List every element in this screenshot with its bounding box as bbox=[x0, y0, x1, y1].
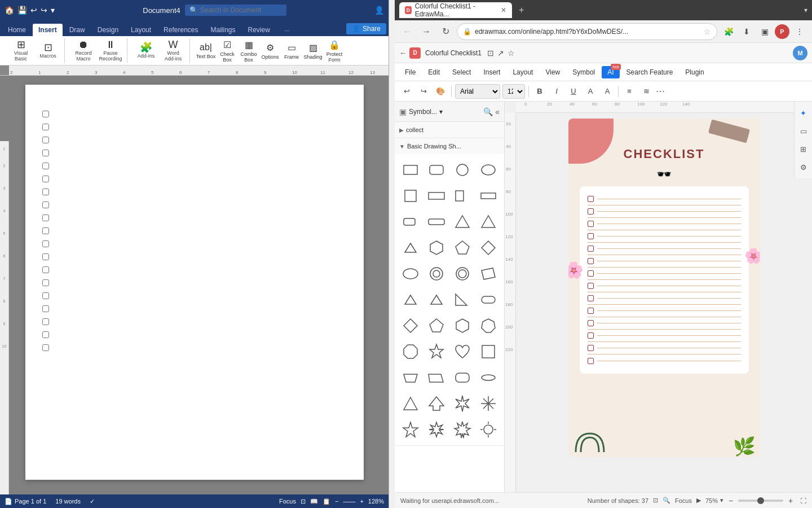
ribbon-more-btn[interactable]: ··· bbox=[279, 25, 295, 36]
text-box-btn[interactable]: ab| Text Box bbox=[196, 40, 216, 62]
word-checkbox-17[interactable] bbox=[42, 318, 49, 325]
item-checkbox-5[interactable] bbox=[588, 246, 594, 252]
word-checkbox-1[interactable] bbox=[42, 111, 49, 117]
sidebar-browser-btn[interactable]: ▣ bbox=[757, 24, 773, 40]
profile-btn[interactable]: P bbox=[775, 24, 789, 39]
menu-plugin[interactable]: Plugin bbox=[679, 66, 709, 78]
collapse-panel-btn[interactable]: « bbox=[495, 107, 500, 116]
menu-ai[interactable]: AI hot bbox=[602, 66, 619, 78]
shape-hexa3[interactable] bbox=[476, 313, 501, 338]
ribbon-tab-review[interactable]: Review bbox=[242, 24, 276, 36]
shape-hexagon[interactable] bbox=[424, 235, 449, 260]
word-checkbox-4[interactable] bbox=[42, 150, 49, 156]
shape-para2[interactable] bbox=[424, 365, 449, 390]
word-add-ins-btn[interactable]: W WordAdd-ins bbox=[160, 40, 186, 62]
panel-expand-icon[interactable]: ▾ bbox=[439, 108, 443, 116]
shape-heart[interactable] bbox=[450, 339, 475, 364]
shape-ring[interactable] bbox=[424, 261, 449, 286]
shape-square[interactable] bbox=[398, 183, 423, 208]
word-checkbox-5[interactable] bbox=[42, 163, 49, 169]
shape-square2[interactable] bbox=[476, 339, 501, 364]
zoom-dropdown-btn[interactable]: ▾ bbox=[720, 497, 723, 504]
bookmark-icon[interactable]: ☆ bbox=[704, 27, 711, 36]
shape-snowflake[interactable] bbox=[476, 391, 501, 416]
menu-edit[interactable]: Edit bbox=[422, 66, 445, 78]
ribbon-tab-references[interactable]: References bbox=[158, 24, 204, 36]
edraw-star-btn[interactable]: ☆ bbox=[508, 49, 515, 58]
basic-drawing-header[interactable]: ▼ Basic Drawing Sh... bbox=[395, 138, 504, 154]
item-checkbox-3[interactable] bbox=[588, 221, 594, 227]
shape-star6[interactable] bbox=[424, 417, 449, 442]
item-checkbox-1[interactable] bbox=[588, 196, 594, 202]
edraw-back-btn[interactable]: ← bbox=[399, 49, 407, 58]
zoom-slider-edraw[interactable] bbox=[738, 500, 783, 502]
extensions-btn[interactable]: 🧩 bbox=[721, 24, 736, 40]
forward-btn[interactable]: → bbox=[418, 24, 434, 40]
edraw-view-toggle[interactable]: ⊡ bbox=[487, 49, 494, 58]
zoom-out-btn[interactable]: − bbox=[335, 498, 338, 505]
word-checkbox-19[interactable] bbox=[42, 344, 49, 351]
redo-icon[interactable]: ↪ bbox=[41, 6, 47, 15]
shape-right-tri[interactable] bbox=[450, 287, 475, 312]
edraw-user-avatar[interactable]: M bbox=[793, 46, 807, 60]
shape-octagon[interactable] bbox=[398, 339, 423, 364]
item-checkbox-14[interactable] bbox=[588, 358, 594, 364]
shape-rect-narrow[interactable] bbox=[450, 183, 475, 208]
shape-tri-sm-r[interactable] bbox=[424, 287, 449, 312]
shape-diamond[interactable] bbox=[476, 235, 501, 260]
shape-trapezoid[interactable] bbox=[398, 365, 423, 390]
shading-btn[interactable]: ▨ Shading bbox=[303, 40, 323, 62]
layer-icon[interactable]: ⊡ bbox=[653, 497, 658, 504]
record-macro-btn[interactable]: ⏺ RecordMacro bbox=[70, 40, 96, 62]
save-icon[interactable]: 💾 bbox=[17, 6, 27, 15]
shape-star4[interactable] bbox=[398, 417, 423, 442]
align-right-btn[interactable]: ≋ bbox=[639, 84, 654, 99]
word-checkbox-8[interactable] bbox=[42, 202, 49, 208]
focus-mode-icon[interactable]: ⊡ bbox=[301, 498, 306, 505]
item-checkbox-6[interactable] bbox=[588, 258, 594, 264]
ribbon-tab-mailings[interactable]: Mailings bbox=[205, 24, 241, 36]
item-checkbox-8[interactable] bbox=[588, 283, 594, 289]
shape-diamond2[interactable] bbox=[398, 313, 423, 338]
paint-format-btn[interactable]: 🎨 bbox=[433, 84, 448, 99]
shape-rect-short[interactable] bbox=[476, 183, 501, 208]
customize-icon[interactable]: ▾ bbox=[51, 6, 55, 15]
browser-menu-btn[interactable]: ⋮ bbox=[792, 24, 807, 40]
word-checkbox-11[interactable] bbox=[42, 240, 49, 247]
shape-triangle[interactable] bbox=[450, 209, 475, 234]
shape-arrow-tri[interactable] bbox=[424, 391, 449, 416]
shape-triangle2[interactable] bbox=[476, 209, 501, 234]
zoom-in-btn[interactable]: + bbox=[360, 498, 363, 505]
home-icon[interactable]: 🏠 bbox=[5, 6, 14, 15]
tab-overflow-btn[interactable]: ▾ bbox=[804, 6, 807, 14]
refresh-btn[interactable]: ↻ bbox=[438, 24, 453, 40]
shape-pentagon[interactable] bbox=[450, 235, 475, 260]
word-checkbox-13[interactable] bbox=[42, 266, 49, 273]
shape-hex2[interactable] bbox=[450, 313, 475, 338]
word-search-box[interactable]: 🔍 bbox=[185, 5, 286, 16]
zoom-thumb[interactable] bbox=[757, 497, 764, 504]
zoom-slider-word[interactable]: —— bbox=[343, 498, 355, 505]
shape-tri-sm-l[interactable] bbox=[398, 287, 423, 312]
back-btn[interactable]: ← bbox=[399, 24, 415, 40]
menu-layout[interactable]: Layout bbox=[507, 66, 539, 78]
focus-btn[interactable]: Focus bbox=[279, 498, 296, 505]
highlight-btn[interactable]: A bbox=[600, 84, 615, 99]
undo-edraw-btn[interactable]: ↩ bbox=[399, 84, 414, 99]
item-checkbox-2[interactable] bbox=[588, 208, 594, 214]
word-checkbox-7[interactable] bbox=[42, 189, 49, 195]
shape-ring2[interactable] bbox=[450, 261, 475, 286]
italic-btn[interactable]: I bbox=[549, 84, 564, 99]
word-checkbox-15[interactable] bbox=[42, 292, 49, 299]
redo-edraw-btn[interactable]: ↪ bbox=[416, 84, 431, 99]
font-name-select[interactable]: Arial bbox=[455, 84, 500, 99]
share-button[interactable]: 👤 Share bbox=[346, 23, 386, 34]
word-checkbox-14[interactable] bbox=[42, 279, 49, 286]
combo-box-btn[interactable]: ▦ Combo Box bbox=[239, 40, 259, 62]
word-search-input[interactable] bbox=[200, 6, 279, 14]
menu-search-feature[interactable]: Search Feature bbox=[621, 66, 679, 78]
underline-btn[interactable]: U bbox=[566, 84, 581, 99]
word-checkbox-9[interactable] bbox=[42, 214, 49, 221]
ribbon-tab-home[interactable]: Home bbox=[2, 24, 32, 36]
ribbon-tab-insert[interactable]: Insert bbox=[33, 24, 63, 36]
